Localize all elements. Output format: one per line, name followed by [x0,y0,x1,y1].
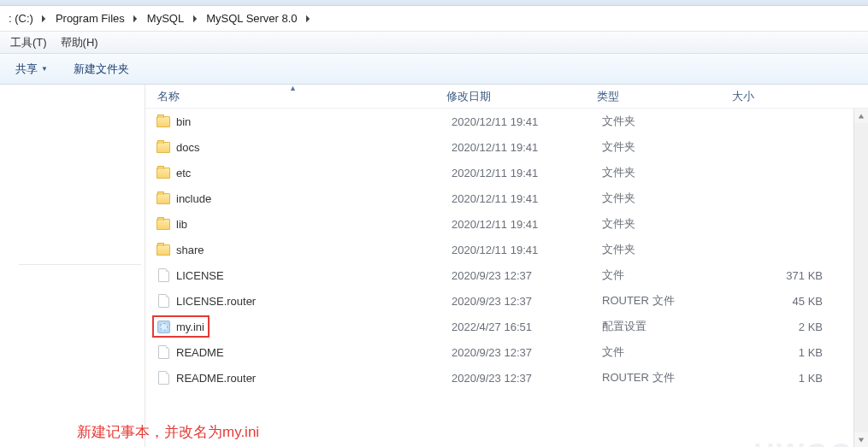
content-area: 名称 ▲ 修改日期 类型 大小 bin2020/12/11 19:41文件夹do… [0,85,868,447]
folder-icon [156,216,171,232]
file-row[interactable]: include2020/12/11 19:41文件夹 [145,185,868,211]
file-name: LICENSE.router [176,295,256,308]
file-name-cell: lib [156,216,452,232]
file-modified: 2020/12/11 19:41 [452,244,602,256]
file-rows: bin2020/12/11 19:41文件夹docs2020/12/11 19:… [145,109,868,391]
file-modified: 2022/4/27 16:51 [452,321,602,333]
toolbar: 共享 ▼ 新建文件夹 [0,54,868,85]
column-header-name[interactable]: 名称 ▲ [145,85,441,108]
file-name: README.router [176,372,256,385]
annotation-text: 新建记事本，并改名为my.ini [77,422,259,442]
file-modified: 2020/9/23 12:37 [452,346,602,359]
file-modified: 2020/12/11 19:41 [452,167,602,179]
breadcrumb-label: Program Files [56,12,125,25]
chevron-right-icon[interactable] [189,9,201,28]
scroll-track[interactable] [854,123,868,432]
file-type: 文件夹 [602,165,737,180]
column-label: 名称 [157,89,180,104]
file-name-cell: share [156,242,452,257]
file-name: my.ini [176,321,204,333]
file-icon [156,268,171,283]
file-icon [156,293,171,309]
file-name: include [176,192,211,205]
file-name-cell: LICENSE [156,268,452,283]
nav-separator [19,264,141,265]
file-type: 文件夹 [602,114,737,129]
folder-icon [156,242,171,257]
menu-tools[interactable]: 工具(T) [3,33,54,52]
file-row[interactable]: etc2020/12/11 19:41文件夹 [145,160,868,185]
file-row[interactable]: docs2020/12/11 19:41文件夹 [145,134,868,160]
settings-file-icon [156,319,171,334]
file-modified: 2020/9/23 12:37 [452,295,602,308]
breadcrumb-segment[interactable]: MySQL Server 8.0 [201,9,302,28]
file-type: 配置设置 [602,319,737,334]
file-name: LICENSE [176,269,224,282]
file-modified: 2020/9/23 12:37 [452,372,602,385]
file-type: 文件夹 [602,242,737,257]
breadcrumb[interactable]: : (C:) Program Files MySQL MySQL Server … [0,6,868,32]
file-name: README [176,346,224,359]
column-label: 修改日期 [446,89,491,104]
chevron-right-icon[interactable] [130,9,142,28]
file-row[interactable]: README.router2020/9/23 12:37ROUTER 文件1 K… [145,365,868,391]
breadcrumb-segment[interactable]: MySQL [142,9,189,28]
breadcrumb-label: MySQL [147,12,184,25]
file-row[interactable]: lib2020/12/11 19:41文件夹 [145,211,868,237]
column-label: 大小 [732,89,754,104]
column-header-type[interactable]: 类型 [592,85,727,108]
file-size: 1 KB [737,346,840,359]
file-icon [156,344,171,360]
breadcrumb-label: MySQL Server 8.0 [206,12,297,25]
scroll-down-button[interactable] [854,432,868,447]
file-type: 文件 [602,268,737,283]
file-name-cell: LICENSE.router [156,293,452,309]
new-folder-button[interactable]: 新建文件夹 [68,60,134,79]
file-row[interactable]: LICENSE2020/9/23 12:37文件371 KB [145,262,868,288]
window-title-edge [0,0,868,6]
navigation-pane[interactable] [0,85,145,447]
scroll-up-button[interactable] [854,109,868,123]
file-row[interactable]: my.ini2022/4/27 16:51配置设置2 KB [145,314,868,339]
menu-help[interactable]: 帮助(H) [54,33,105,52]
share-label: 共享 [15,62,38,77]
file-row[interactable]: LICENSE.router2020/9/23 12:37ROUTER 文件45… [145,288,868,314]
file-name-cell: README.router [156,370,452,385]
folder-icon [156,191,171,206]
chevron-right-icon[interactable] [38,9,50,28]
sort-ascending-icon: ▲ [289,84,297,92]
file-type: 文件夹 [602,216,737,232]
file-row[interactable]: bin2020/12/11 19:41文件夹 [145,109,868,134]
file-size: 371 KB [737,269,840,282]
breadcrumb-segment[interactable]: Program Files [50,9,130,28]
column-headers: 名称 ▲ 修改日期 类型 大小 [145,85,868,109]
file-type: ROUTER 文件 [602,293,737,309]
chevron-right-icon[interactable] [303,9,315,28]
share-button[interactable]: 共享 ▼ [10,60,53,79]
menu-bar: 工具(T) 帮助(H) [0,32,868,54]
file-modified: 2020/9/23 12:37 [452,269,602,282]
file-name-cell: my.ini [156,319,452,334]
file-modified: 2020/12/11 19:41 [452,115,602,128]
file-row[interactable]: README2020/9/23 12:37文件1 KB [145,339,868,365]
file-type: 文件夹 [602,191,737,206]
watermark: HWOC [753,437,853,447]
menu-label: 帮助(H) [61,35,98,50]
file-list-pane: 名称 ▲ 修改日期 类型 大小 bin2020/12/11 19:41文件夹do… [145,85,868,447]
column-header-size[interactable]: 大小 [727,85,830,108]
breadcrumb-label: : (C:) [9,12,33,25]
column-header-modified[interactable]: 修改日期 [441,85,592,108]
file-size: 2 KB [737,321,840,333]
file-name-cell: README [156,344,452,360]
folder-icon [156,114,171,129]
folder-icon [156,165,171,180]
file-name: lib [176,218,187,231]
breadcrumb-segment[interactable]: : (C:) [3,9,38,28]
file-icon [156,370,171,385]
column-label: 类型 [597,89,619,104]
vertical-scrollbar[interactable] [853,109,868,447]
new-folder-label: 新建文件夹 [74,62,129,77]
file-name-cell: bin [156,114,452,129]
file-row[interactable]: share2020/12/11 19:41文件夹 [145,237,868,262]
file-modified: 2020/12/11 19:41 [452,218,602,231]
